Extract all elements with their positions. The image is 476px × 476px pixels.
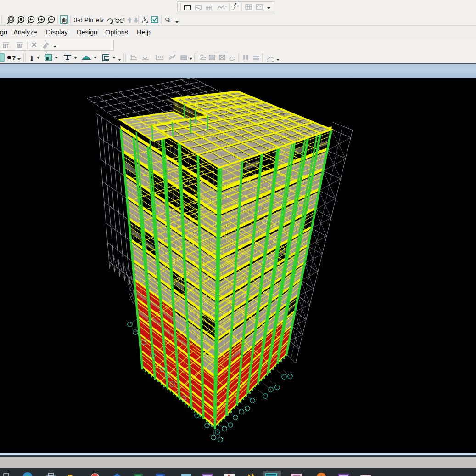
- svg-text:A: A: [227, 474, 231, 476]
- svg-text:I: I: [30, 54, 34, 62]
- svg-text:Pln: Pln: [84, 17, 93, 23]
- svg-text:℅: ℅: [165, 17, 171, 23]
- svg-text:elv: elv: [96, 17, 104, 23]
- svg-text:?: ?: [12, 54, 16, 62]
- svg-text:3-d: 3-d: [74, 17, 83, 23]
